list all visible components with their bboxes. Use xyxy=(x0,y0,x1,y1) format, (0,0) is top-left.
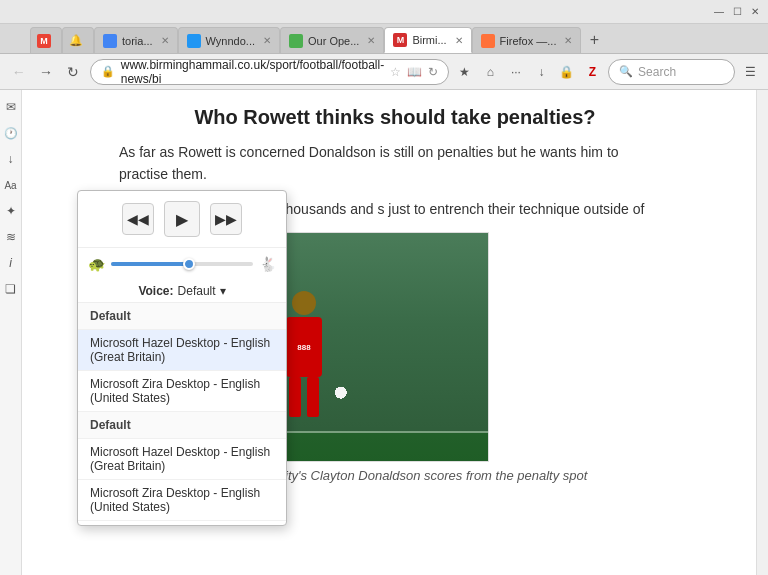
star-icon[interactable]: ★ xyxy=(455,61,474,83)
tab-firefox[interactable]: Firefox —... ✕ xyxy=(472,27,582,53)
zotero-icon[interactable]: Z xyxy=(583,61,602,83)
search-placeholder: Search xyxy=(638,65,676,79)
tts-widget: ◀◀ ▶ ▶▶ 🐢 🐇 Voice: De xyxy=(77,190,287,526)
tts-dropdown-item-hazel-gb[interactable]: Microsoft Hazel Desktop - English (Great… xyxy=(78,330,286,371)
tab-icon-toria xyxy=(103,34,117,48)
tts-slider-fill xyxy=(111,262,189,266)
tts-slow-icon: 🐢 xyxy=(88,256,105,272)
tab-icon-birmi: M xyxy=(393,33,407,47)
tab-close-ourope[interactable]: ✕ xyxy=(367,35,375,46)
menu-icon[interactable]: ☰ xyxy=(741,61,760,83)
title-bar-buttons: — ☐ ✕ xyxy=(712,5,762,19)
player-body: 888 xyxy=(286,317,322,377)
tab-gmail[interactable]: M xyxy=(30,27,62,53)
tts-dropdown-item-zira-us2[interactable]: Microsoft Zira Desktop - English (United… xyxy=(78,480,286,521)
tab-icon-ourope xyxy=(289,34,303,48)
url-text: www.birminghammail.co.uk/sport/football/… xyxy=(121,58,384,86)
tts-dropdown-item-default2: Default xyxy=(78,412,286,439)
tts-dropdown-item-hazel-gb2[interactable]: Microsoft Hazel Desktop - English (Great… xyxy=(78,439,286,480)
overflow-icon[interactable]: ··· xyxy=(506,61,525,83)
extensions-sidebar: ✉ 🕐 ↓ Aa ✦ ≋ i ❏ xyxy=(0,90,22,575)
new-tab-button[interactable]: + xyxy=(581,27,607,53)
player-leg-left xyxy=(289,377,301,417)
search-icon: 🔍 xyxy=(619,65,633,78)
scrollbar[interactable] xyxy=(756,90,768,575)
page-content: ◀◀ ▶ ▶▶ 🐢 🐇 Voice: De xyxy=(22,90,768,575)
tab-close-birmi[interactable]: ✕ xyxy=(455,35,463,46)
tts-next-button[interactable]: ▶▶ xyxy=(210,203,242,235)
tab-close-toria[interactable]: ✕ xyxy=(161,35,169,46)
browser-window: — ☐ ✕ M 🔔 toria... ✕ Wynndo... ✕ Our Ope… xyxy=(0,0,768,575)
tab-birmi[interactable]: M Birmi... ✕ xyxy=(384,27,471,53)
extension-download[interactable]: ↓ xyxy=(2,150,20,168)
back-button[interactable]: ← xyxy=(8,60,29,84)
tab-label-wynndo: Wynndo... xyxy=(206,35,255,47)
maximize-button[interactable]: ☐ xyxy=(730,5,744,19)
article-paragraph-1: As far as Rowett is concerned Donaldson … xyxy=(119,141,671,186)
tts-voice-selected: Default xyxy=(178,284,216,298)
extension-info[interactable]: i xyxy=(2,254,20,272)
minimize-button[interactable]: — xyxy=(712,5,726,19)
address-bar: ← → ↻ 🔒 www.birminghammail.co.uk/sport/f… xyxy=(0,54,768,90)
tts-slider-thumb xyxy=(183,258,195,270)
tts-fast-icon: 🐇 xyxy=(259,256,276,272)
tab-label-firefox: Firefox —... xyxy=(500,35,557,47)
tts-voice-text: Voice: xyxy=(138,284,173,298)
refresh-button[interactable]: ↻ xyxy=(63,60,84,84)
reader-icon[interactable]: 📖 xyxy=(407,65,422,79)
tts-play-button[interactable]: ▶ xyxy=(164,201,200,237)
forward-button[interactable]: → xyxy=(35,60,56,84)
tab-label-toria: toria... xyxy=(122,35,153,47)
tab-notifications[interactable]: 🔔 xyxy=(62,27,94,53)
extension-clock[interactable]: 🕐 xyxy=(2,124,20,142)
tts-dropdown: Default Microsoft Hazel Desktop - Englis… xyxy=(78,303,286,521)
tab-icon-bell: 🔔 xyxy=(69,34,83,47)
player-head xyxy=(292,291,316,315)
lock-icon[interactable]: 🔒 xyxy=(557,61,576,83)
extension-puzzle[interactable]: ✦ xyxy=(2,202,20,220)
tts-speed-slider[interactable] xyxy=(111,262,253,266)
tab-wynndo[interactable]: Wynndo... ✕ xyxy=(178,27,280,53)
tts-slider-row: 🐢 🐇 xyxy=(78,248,286,280)
tab-toria[interactable]: toria... ✕ xyxy=(94,27,178,53)
tab-close-firefox[interactable]: ✕ xyxy=(564,35,572,46)
home-icon[interactable]: ⌂ xyxy=(481,61,500,83)
tab-label-ourope: Our Ope... xyxy=(308,35,359,47)
tab-ourope[interactable]: Our Ope... ✕ xyxy=(280,27,384,53)
tab-label-birmi: Birmi... xyxy=(412,34,446,46)
tab-icon-firefox xyxy=(481,34,495,48)
player-leg-right xyxy=(307,377,319,417)
extension-mail[interactable]: ✉ xyxy=(2,98,20,116)
tts-voice-chevron: ▾ xyxy=(220,284,226,298)
download-icon[interactable]: ↓ xyxy=(532,61,551,83)
tab-close-wynndo[interactable]: ✕ xyxy=(263,35,271,46)
tab-icon-gmail: M xyxy=(37,34,51,48)
tts-voice-label: Voice: Default ▾ xyxy=(90,284,274,298)
player-legs xyxy=(289,377,319,417)
tts-controls: ◀◀ ▶ ▶▶ xyxy=(78,191,286,248)
content-area: ✉ 🕐 ↓ Aa ✦ ≋ i ❏ ◀◀ ▶ ▶▶ 🐢 xyxy=(0,90,768,575)
tab-bar: M 🔔 toria... ✕ Wynndo... ✕ Our Ope... ✕ … xyxy=(0,24,768,54)
extension-pocket[interactable]: ❏ xyxy=(2,280,20,298)
title-bar: — ☐ ✕ xyxy=(0,0,768,24)
close-button[interactable]: ✕ xyxy=(748,5,762,19)
search-box[interactable]: 🔍 Search xyxy=(608,59,734,85)
tts-dropdown-item-default-header: Default xyxy=(78,303,286,330)
tts-dropdown-item-zira-us[interactable]: Microsoft Zira Desktop - English (United… xyxy=(78,371,286,412)
url-bar[interactable]: 🔒 www.birminghammail.co.uk/sport/footbal… xyxy=(90,59,449,85)
bookmark-icon[interactable]: ☆ xyxy=(390,65,401,79)
tts-prev-button[interactable]: ◀◀ xyxy=(122,203,154,235)
extension-text-size[interactable]: Aa xyxy=(2,176,20,194)
article-title: Who Rowett thinks should take penalties? xyxy=(119,106,671,129)
security-icon: 🔒 xyxy=(101,65,115,78)
tab-icon-wynndo xyxy=(187,34,201,48)
extension-audio[interactable]: ≋ xyxy=(2,228,20,246)
reload-small-icon[interactable]: ↻ xyxy=(428,65,438,79)
tts-voice-row[interactable]: Voice: Default ▾ xyxy=(78,280,286,303)
